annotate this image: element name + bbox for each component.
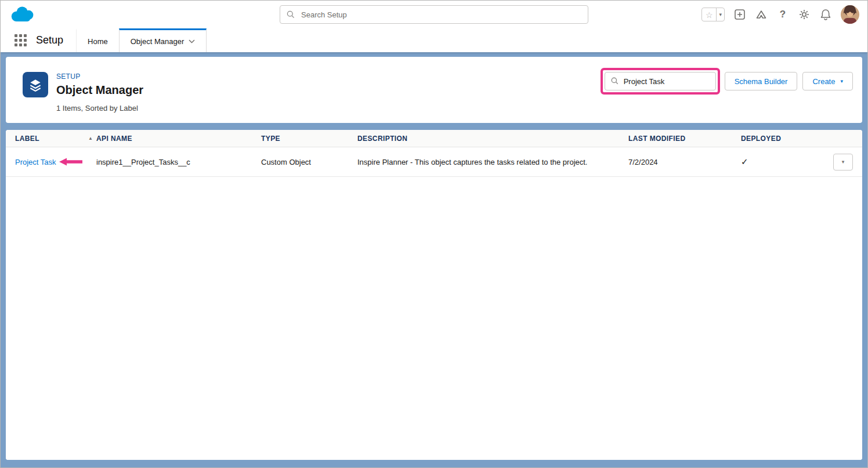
- bell-icon: [820, 9, 831, 20]
- chevron-down-icon: [189, 39, 195, 43]
- cell-label: Project Task: [15, 158, 96, 166]
- item-count-text: 1 Items, Sorted by Label: [56, 104, 143, 113]
- cell-type: Custom Object: [261, 158, 357, 166]
- user-avatar[interactable]: [841, 5, 859, 24]
- setup-content-area: SETUP Object Manager 1 Items, Sorted by …: [1, 52, 867, 467]
- plus-square-icon: [734, 9, 746, 20]
- column-header-last-modified[interactable]: LAST MODIFIED: [628, 135, 741, 143]
- object-link[interactable]: Project Task: [15, 158, 56, 166]
- tab-home[interactable]: Home: [76, 28, 119, 52]
- notifications-button[interactable]: [819, 8, 832, 21]
- tab-object-manager[interactable]: Object Manager: [119, 28, 207, 52]
- guidance-center-button[interactable]: [755, 8, 768, 21]
- quick-find-input[interactable]: [605, 72, 716, 90]
- annotation-arrow: [59, 158, 82, 166]
- create-label: Create: [812, 77, 835, 86]
- deployed-check-icon: ✓: [741, 157, 831, 167]
- object-manager-tile: [23, 72, 48, 97]
- global-header: ☆ ▾ ?: [1, 1, 867, 28]
- column-header-label[interactable]: LABEL ▲: [15, 135, 96, 143]
- cell-api-name: inspire1__Project_Tasks__c: [96, 158, 261, 166]
- avatar-image: [841, 5, 859, 24]
- setup-nav-bar: Setup Home Object Manager: [1, 28, 867, 52]
- help-icon: ?: [780, 9, 786, 20]
- page-title-block: SETUP Object Manager 1 Items, Sorted by …: [56, 72, 143, 113]
- object-manager-header-card: SETUP Object Manager 1 Items, Sorted by …: [6, 57, 862, 123]
- search-icon: [610, 77, 619, 85]
- column-header-deployed[interactable]: DEPLOYED: [741, 135, 831, 143]
- page-title: Object Manager: [56, 84, 143, 97]
- setup-eyebrow: SETUP: [56, 72, 143, 81]
- salesforce-cloud-icon: [9, 5, 37, 24]
- column-header-type[interactable]: TYPE: [261, 135, 357, 143]
- global-search: [280, 5, 588, 24]
- schema-builder-label: Schema Builder: [735, 77, 788, 86]
- global-search-input[interactable]: [280, 5, 588, 24]
- quick-find: [605, 72, 716, 90]
- header-controls: Schema Builder Create ▾: [605, 72, 853, 90]
- cell-description: Inspire Planner - This object captures t…: [357, 158, 628, 166]
- salesforce-setup-page: ☆ ▾ ?: [0, 0, 868, 468]
- tab-object-manager-label: Object Manager: [131, 37, 185, 46]
- setup-app-label: Setup: [36, 34, 63, 46]
- setup-gear-button[interactable]: [798, 8, 811, 21]
- caret-down-icon: ▾: [842, 159, 845, 165]
- header-actions: ☆ ▾ ?: [701, 5, 859, 24]
- table-empty-area: [6, 177, 862, 460]
- trailhead-tent-icon: [755, 9, 767, 20]
- salesforce-logo[interactable]: [9, 5, 39, 24]
- column-header-api-name[interactable]: API NAME: [96, 135, 261, 143]
- search-icon: [286, 10, 295, 19]
- layers-icon: [28, 77, 43, 92]
- favorites-caret-icon: ▾: [716, 8, 724, 21]
- help-button[interactable]: ?: [776, 8, 789, 21]
- create-button[interactable]: Create ▾: [802, 72, 853, 90]
- favorites-star-icon: ☆: [702, 8, 717, 21]
- schema-builder-button[interactable]: Schema Builder: [725, 72, 798, 90]
- global-add-button[interactable]: [733, 8, 746, 21]
- table-header-row: LABEL ▲ API NAME TYPE DESCRIPTION LAST M…: [6, 130, 862, 147]
- column-header-label-text: LABEL: [15, 135, 39, 143]
- row-actions-button[interactable]: ▾: [833, 154, 853, 170]
- gear-icon: [798, 9, 810, 20]
- app-launcher-icon[interactable]: [12, 32, 29, 49]
- tab-home-label: Home: [88, 37, 108, 46]
- sort-ascending-icon: ▲: [88, 136, 93, 141]
- column-header-description[interactable]: DESCRIPTION: [357, 135, 628, 143]
- caret-down-icon: ▾: [840, 78, 843, 84]
- setup-tabs: Home Object Manager: [76, 28, 207, 52]
- favorites-control[interactable]: ☆ ▾: [701, 8, 725, 21]
- objects-table: LABEL ▲ API NAME TYPE DESCRIPTION LAST M…: [6, 130, 862, 460]
- cell-last-modified: 7/2/2024: [628, 158, 741, 166]
- table-row: Project Task inspire1__Project_Tasks__c …: [6, 147, 862, 177]
